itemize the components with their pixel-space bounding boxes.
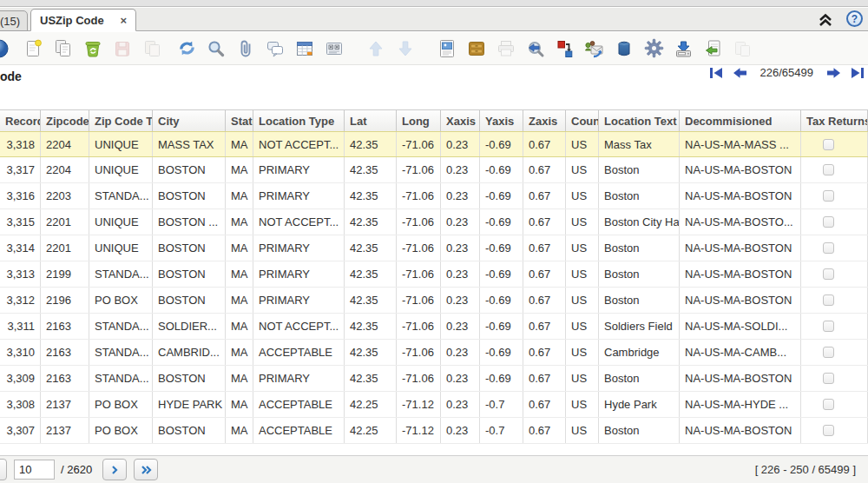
copy-record-icon[interactable] [52, 37, 75, 60]
first-record-icon[interactable] [709, 67, 723, 79]
tax-returns-checkbox[interactable] [823, 373, 834, 384]
cell: 2163 [41, 366, 89, 391]
workflow-icon[interactable] [554, 37, 576, 60]
cell: NA-US-MA-HYDE ... [680, 392, 801, 417]
column-header-record[interactable]: Record [0, 110, 41, 131]
table-row[interactable]: 3,3122196PO BOXBOSTONMAPRIMARY42.35-71.0… [0, 288, 868, 314]
column-header-state[interactable]: State [226, 110, 253, 131]
column-header-zipcode[interactable]: Zipcode [41, 110, 89, 131]
table-row[interactable]: 3,3152201UNIQUEBOSTON ...MANOT ACCEPT...… [0, 209, 868, 235]
column-header-lat[interactable]: Lat [345, 110, 397, 131]
cell: NA-US-MA-CAMB... [680, 340, 801, 365]
table-row[interactable]: 3,3072137PO BOXBOSTONMAACCEPTABLE42.25-7… [0, 418, 868, 444]
form-view-icon[interactable] [323, 37, 345, 60]
table-row[interactable]: 3,3132199STANDA...BOSTONMAPRIMARY42.35-7… [0, 261, 868, 288]
search-icon[interactable] [205, 37, 227, 60]
app-window: (15) USZip Code × ? [0, 0, 868, 483]
cell: 3,318 [0, 132, 41, 156]
table-row[interactable]: 3,3142201UNIQUEBOSTONMAPRIMARY42.35-71.0… [0, 235, 868, 261]
tax-returns-checkbox[interactable] [823, 399, 834, 410]
tax-returns-checkbox[interactable] [823, 321, 834, 332]
table-row[interactable]: 3,3082137PO BOXHYDE PARKMAACCEPTABLE42.2… [0, 392, 868, 418]
cell: 42.35 [345, 366, 397, 391]
page-number-input[interactable] [14, 460, 55, 480]
cell: NA-US-MA-BOSTON [680, 235, 801, 261]
table-row[interactable]: 3,3102163STANDA...CAMBRID...MAACCEPTABLE… [0, 340, 868, 366]
table-row[interactable]: 3,3162203STANDA...BOSTONMAPRIMARY42.35-7… [0, 183, 868, 209]
cell: BOSTON [153, 183, 226, 208]
column-header-long[interactable]: Long [397, 110, 441, 131]
table-row[interactable]: 3,3112163STANDA...SOLDIER...MANOT ACCEPT… [0, 314, 868, 340]
column-header-location-text[interactable]: Location Text [599, 110, 680, 131]
column-header-zip-code-ty[interactable]: Zip Code Ty [89, 110, 153, 131]
cell: US [566, 288, 599, 313]
cell: 3,312 [0, 288, 41, 313]
refresh-icon[interactable] [175, 37, 198, 60]
tax-returns-checkbox[interactable] [823, 268, 834, 280]
column-header-yaxis[interactable]: Yaxis [480, 110, 523, 131]
tax-returns-checkbox[interactable] [823, 242, 834, 254]
table-row[interactable]: 3,3092163STANDA...BOSTONMAPRIMARY42.35-7… [0, 366, 868, 392]
close-tab-icon[interactable]: × [120, 14, 127, 27]
globe-icon[interactable] [0, 37, 10, 60]
search-return-icon[interactable] [524, 37, 547, 60]
previous-record-icon[interactable] [733, 67, 747, 79]
cell: US [566, 340, 599, 365]
attachment-icon[interactable] [234, 37, 257, 60]
tax-returns-checkbox[interactable] [823, 190, 834, 202]
column-header-city[interactable]: City [153, 110, 226, 131]
cell: US [566, 132, 599, 156]
cell: 0.23 [441, 132, 480, 156]
tax-returns-checkbox[interactable] [823, 347, 834, 358]
table-view-icon[interactable] [293, 37, 316, 60]
cell: STANDA... [89, 261, 153, 287]
help-icon[interactable]: ? [846, 10, 863, 27]
last-page-button[interactable] [134, 459, 158, 480]
column-header-decommisioned[interactable]: Decommisioned [680, 110, 801, 131]
import-icon[interactable] [701, 37, 724, 60]
cell: NOT ACCEPT... [253, 314, 345, 339]
archive-icon[interactable] [465, 37, 488, 60]
cell: STANDA... [89, 366, 153, 391]
table-row[interactable]: 3,3172204UNIQUEBOSTONMAPRIMARY42.35-71.0… [0, 157, 868, 183]
new-record-icon[interactable] [23, 37, 45, 60]
cell: US [566, 209, 599, 235]
tab-uszip-code[interactable]: USZip Code × [30, 9, 136, 31]
cell: 42.35 [345, 261, 397, 287]
tax-returns-checkbox[interactable] [823, 139, 834, 150]
tax-returns-checkbox[interactable] [823, 425, 834, 436]
next-record-icon[interactable] [826, 67, 841, 79]
settings-icon[interactable] [642, 37, 665, 60]
move-up-icon [365, 37, 387, 60]
next-page-button[interactable] [102, 459, 127, 480]
table-row[interactable]: 3,3182204UNIQUEMASS TAXMANOT ACCEPT...42… [0, 131, 868, 157]
cell: MA [226, 366, 253, 391]
comments-icon[interactable] [264, 37, 286, 60]
database-icon[interactable] [613, 37, 635, 60]
cell [801, 209, 868, 235]
cell: -71.06 [397, 209, 441, 235]
report-icon[interactable] [436, 37, 458, 60]
column-header-location-type[interactable]: Location Type [253, 110, 345, 131]
cell: NA-US-MA-BOSTON [680, 183, 801, 208]
column-header-xaxis[interactable]: Xaxis [441, 110, 480, 131]
collapse-chevrons-icon[interactable] [817, 11, 834, 27]
column-header-coun[interactable]: Coun [566, 110, 599, 131]
cell: UNIQUE [89, 209, 153, 235]
previous-page-button[interactable] [0, 459, 7, 480]
cell: -71.06 [397, 366, 441, 391]
cell: NA-US-MA-BOSTO... [680, 209, 801, 235]
record-range-label: [ 226 - 250 / 65499 ] [755, 463, 856, 476]
export-icon[interactable] [672, 37, 694, 60]
cell: 0.67 [523, 418, 566, 443]
cell: 0.23 [441, 261, 480, 287]
tab-background[interactable]: (15) [0, 10, 28, 31]
column-header-tax-returns[interactable]: Tax Returns [801, 110, 868, 131]
share-mail-icon[interactable] [583, 37, 606, 60]
delete-record-icon[interactable] [82, 37, 104, 60]
column-header-zaxis[interactable]: Zaxis [523, 110, 566, 131]
tax-returns-checkbox[interactable] [823, 216, 834, 228]
tax-returns-checkbox[interactable] [823, 164, 834, 175]
last-record-icon[interactable] [851, 67, 865, 79]
tax-returns-checkbox[interactable] [823, 294, 834, 306]
